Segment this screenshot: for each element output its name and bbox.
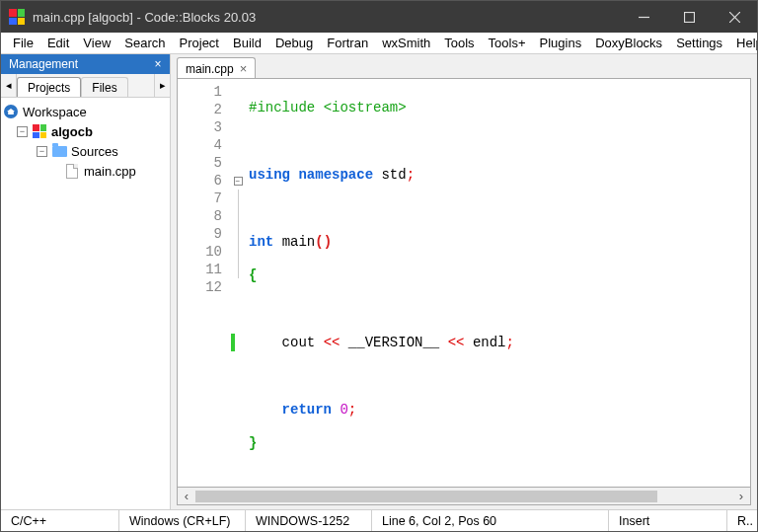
management-tab-prev[interactable]: ◂ [1, 74, 17, 97]
editor-tab-main[interactable]: main.cpp × [177, 57, 256, 78]
close-button[interactable] [712, 1, 757, 33]
project-tree[interactable]: Workspace − algocb − Sources main.cpp [1, 98, 170, 509]
menu-toolsplus[interactable]: Tools+ [483, 35, 532, 51]
scroll-track[interactable] [195, 490, 732, 503]
tree-project-label: algocb [51, 124, 93, 139]
collapse-icon[interactable]: − [37, 146, 47, 157]
status-language[interactable]: C/C++ [1, 510, 119, 531]
home-icon [3, 104, 19, 119]
menu-help[interactable]: Help [730, 35, 758, 51]
management-tab-next[interactable]: ▸ [154, 74, 170, 97]
folder-icon [51, 143, 67, 159]
editor-tab-close-icon[interactable]: × [240, 61, 248, 76]
svg-rect-1 [684, 12, 694, 22]
status-eol[interactable]: Windows (CR+LF) [119, 510, 246, 531]
collapse-icon[interactable]: − [17, 126, 28, 137]
scroll-left-icon[interactable]: ‹ [178, 489, 195, 503]
scroll-right-icon[interactable]: › [732, 489, 750, 503]
status-encoding[interactable]: WINDOWS-1252 [246, 510, 372, 531]
editor-tab-label: main.cpp [186, 62, 234, 76]
tree-file-main[interactable]: main.cpp [3, 161, 168, 181]
menu-doxyblocks[interactable]: DoxyBlocks [589, 35, 668, 51]
management-title: Management [9, 57, 78, 71]
tab-files[interactable]: Files [81, 77, 127, 97]
management-header: Management × [1, 54, 170, 74]
management-panel: Management × ◂ Projects Files ▸ Workspac… [1, 54, 171, 509]
codeblocks-project-icon [32, 123, 47, 139]
tree-workspace-label: Workspace [23, 105, 87, 119]
change-marker [231, 334, 235, 351]
menu-file[interactable]: File [7, 35, 39, 51]
editor-zone: main.cpp × 1 2 3 4 5 6 7 8 9 10 11 12 − [171, 54, 757, 509]
tree-sources-label: Sources [71, 144, 118, 159]
menu-bar: File Edit View Search Project Build Debu… [1, 33, 757, 54]
menu-plugins[interactable]: Plugins [534, 35, 588, 51]
menu-view[interactable]: View [77, 35, 116, 51]
editor-tabs: main.cpp × [171, 54, 757, 78]
menu-settings[interactable]: Settings [670, 35, 728, 51]
line-number-gutter: 1 2 3 4 5 6 7 8 9 10 11 12 [178, 79, 231, 487]
status-insert-mode[interactable]: Insert [609, 510, 727, 531]
status-position: Line 6, Col 2, Pos 60 [372, 510, 609, 531]
management-tabs: ◂ Projects Files ▸ [1, 74, 170, 98]
minimize-button[interactable] [621, 1, 666, 33]
menu-search[interactable]: Search [118, 35, 171, 51]
menu-wxsmith[interactable]: wxSmith [376, 35, 436, 51]
menu-edit[interactable]: Edit [41, 35, 75, 51]
code-area[interactable]: #include <iostream> using namespace std;… [245, 79, 750, 487]
tree-workspace[interactable]: Workspace [3, 102, 168, 121]
management-close-button[interactable]: × [150, 57, 166, 71]
app-logo-icon [9, 9, 25, 25]
menu-tools[interactable]: Tools [438, 35, 480, 51]
status-bar: C/C++ Windows (CR+LF) WINDOWS-1252 Line … [1, 509, 757, 531]
tab-projects[interactable]: Projects [17, 77, 81, 97]
scroll-thumb[interactable] [195, 491, 657, 502]
menu-project[interactable]: Project [174, 35, 225, 51]
code-editor[interactable]: 1 2 3 4 5 6 7 8 9 10 11 12 − [177, 78, 751, 488]
file-icon [64, 163, 80, 179]
fold-toggle-icon[interactable]: − [234, 177, 243, 186]
tree-project[interactable]: − algocb [3, 121, 168, 141]
menu-debug[interactable]: Debug [269, 35, 319, 51]
title-bar: main.cpp [algocb] - Code::Blocks 20.03 [1, 1, 757, 33]
tree-file-label: main.cpp [84, 164, 136, 179]
fold-column: − [231, 79, 245, 487]
window-title: main.cpp [algocb] - Code::Blocks 20.03 [33, 10, 621, 25]
tree-sources-folder[interactable]: − Sources [3, 141, 168, 161]
status-extra[interactable]: R.. [727, 510, 757, 531]
menu-build[interactable]: Build [227, 35, 267, 51]
horizontal-scrollbar[interactable]: ‹ › [177, 488, 751, 505]
menu-fortran[interactable]: Fortran [321, 35, 374, 51]
maximize-button[interactable] [666, 1, 712, 33]
